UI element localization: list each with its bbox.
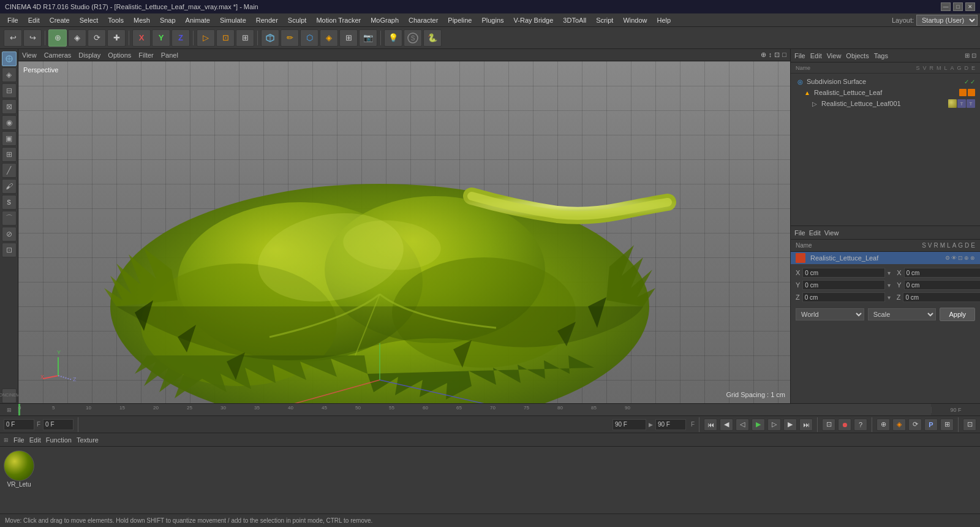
vp-menu-view[interactable]: View	[22, 51, 37, 59]
x-rot-field[interactable]	[904, 268, 980, 278]
menu-window[interactable]: Window	[618, 13, 652, 26]
mat-menu-edit[interactable]: Edit	[29, 436, 41, 444]
mat-menu-function[interactable]: Function	[46, 436, 72, 444]
current-frame-input[interactable]	[4, 419, 34, 430]
left-tool-move[interactable]	[2, 51, 17, 66]
left-tool-grid-tool[interactable]: ⊘	[2, 227, 17, 241]
mat-lettuce-leaf-item[interactable]: Realistic_Lettuce_Leaf ⚙ 👁 ⊡ ⊕ ⊗	[791, 252, 980, 264]
render-button[interactable]: ⊡	[216, 29, 235, 47]
minimize-button[interactable]: —	[941, 2, 951, 11]
timeline-track[interactable]: 0 5 10 15 20 25 30 35 40 45 50 55 60 65 …	[18, 404, 931, 415]
start-frame-input[interactable]	[43, 419, 74, 430]
p-button[interactable]: P	[924, 419, 938, 431]
grid-view-button[interactable]: ⊞	[940, 419, 954, 431]
y-pos-field[interactable]	[802, 280, 885, 290]
vp-menu-panel[interactable]: Panel	[161, 51, 178, 59]
primitives-button[interactable]: ⬡	[300, 29, 318, 47]
vp-icon-1[interactable]: ⊕	[761, 51, 766, 59]
menu-help[interactable]: Help	[652, 13, 676, 26]
play-button[interactable]: ▶	[752, 419, 765, 431]
select-button[interactable]: ◈	[68, 29, 86, 47]
move-tool-button[interactable]: ⊕	[48, 29, 67, 47]
z-axis-button[interactable]: Z	[172, 29, 190, 47]
menu-simulate[interactable]: Simulate	[215, 13, 251, 26]
menu-pipeline[interactable]: Pipeline	[443, 13, 477, 26]
play-back-button[interactable]: ◁	[736, 419, 749, 431]
left-tool-7[interactable]: ⊞	[2, 147, 17, 162]
viewport-3d[interactable]: Perspective	[18, 61, 790, 403]
timeline-ruler[interactable]: ⊞ 0 5 10 15 20 25 30 35 40 45	[0, 404, 980, 416]
first-frame-button[interactable]: ⏮	[704, 419, 717, 431]
end-frame-input[interactable]	[655, 419, 686, 430]
om-menu-edit[interactable]: Edit	[810, 52, 822, 59]
menu-character[interactable]: Character	[404, 13, 443, 26]
menu-select[interactable]: Select	[75, 13, 104, 26]
menu-3dtoall[interactable]: 3DToAll	[558, 13, 591, 26]
menu-file[interactable]: File	[2, 13, 23, 26]
menu-plugins[interactable]: Plugins	[477, 13, 508, 26]
pen-tool-button[interactable]: ✏	[281, 29, 299, 47]
obj-lettuce-leaf-001[interactable]: ▷ Realistic_Lettuce_Leaf001 T T	[791, 98, 980, 109]
prev-frame-button[interactable]: ◀	[720, 419, 733, 431]
mode-dropdown[interactable]: Scale Move Rotate	[868, 308, 937, 320]
left-tool-line[interactable]: ╱	[2, 163, 17, 178]
menu-create[interactable]: Create	[45, 13, 75, 26]
rotate-button[interactable]: ⟳	[88, 29, 106, 47]
om-icon-2[interactable]: ⊡	[971, 52, 976, 59]
vp-icon-2[interactable]: ↕	[769, 51, 772, 59]
maximize-button[interactable]: □	[953, 2, 963, 11]
x-axis-button[interactable]: X	[132, 29, 151, 47]
light-button[interactable]: 💡	[384, 29, 402, 47]
layout-toggle-button[interactable]: ⊡	[963, 419, 976, 431]
menu-mesh[interactable]: Mesh	[129, 13, 155, 26]
obj-subdivision-surface[interactable]: ◎ Subdivision Surface ✓ ✓	[791, 76, 980, 87]
menu-edit[interactable]: Edit	[23, 13, 45, 26]
left-tool-mesh[interactable]: ⊡	[2, 243, 17, 257]
mat-menu-create[interactable]: File	[13, 436, 24, 444]
menu-motion-tracker[interactable]: Motion Tracker	[311, 13, 366, 26]
undo-button[interactable]: ↩	[4, 29, 22, 47]
vp-menu-options[interactable]: Options	[108, 51, 131, 59]
props-menu-edit[interactable]: Edit	[809, 229, 821, 237]
vp-menu-cameras[interactable]: Cameras	[44, 51, 72, 59]
help-button[interactable]: ?	[854, 419, 867, 431]
s-tool[interactable]: S	[404, 29, 422, 47]
key-button[interactable]: ◈	[892, 419, 906, 431]
x-pos-field[interactable]	[802, 268, 885, 278]
mat-menu-texture[interactable]: Texture	[77, 436, 99, 444]
menu-render[interactable]: Render	[251, 13, 283, 26]
menu-script[interactable]: Script	[591, 13, 618, 26]
last-frame-button[interactable]: ⏭	[799, 419, 813, 431]
material-item[interactable]: VR_Letu	[4, 450, 34, 488]
om-menu-file[interactable]: File	[794, 52, 805, 59]
left-tool-paint[interactable]: 🖌	[2, 179, 17, 194]
left-tool-6[interactable]: ▣	[2, 131, 17, 146]
left-tool-4[interactable]: ⊠	[2, 99, 17, 114]
loop-button[interactable]: ⟳	[908, 419, 922, 431]
props-menu-file[interactable]: File	[794, 229, 805, 237]
left-tool-2[interactable]: ◈	[2, 67, 17, 82]
camera-button[interactable]: 📷	[359, 29, 377, 47]
menu-animate[interactable]: Animate	[181, 13, 215, 26]
next-frame-button[interactable]: ▶	[783, 419, 797, 431]
vp-icon-3[interactable]: ⊡	[774, 51, 780, 59]
y-rot-field[interactable]	[904, 280, 980, 290]
menu-vray-bridge[interactable]: V-Ray Bridge	[509, 13, 559, 26]
coord-system-dropdown[interactable]: World Local	[796, 308, 864, 320]
y-axis-button[interactable]: Y	[152, 29, 170, 47]
vp-menu-display[interactable]: Display	[78, 51, 100, 59]
left-tool-3[interactable]: ⊟	[2, 83, 17, 98]
z-pos-field[interactable]	[802, 292, 885, 302]
render-settings-button[interactable]: ⊞	[236, 29, 254, 47]
vp-menu-filter[interactable]: Filter	[138, 51, 153, 59]
vp-icon-4[interactable]: □	[782, 51, 786, 59]
record-active-button[interactable]: ⏺	[838, 419, 851, 431]
menu-mograph[interactable]: MoGraph	[366, 13, 404, 26]
grid-button[interactable]: ⊞	[339, 29, 358, 47]
apply-button[interactable]: Apply	[940, 308, 975, 321]
left-tool-5[interactable]: ◉	[2, 115, 17, 130]
python-button[interactable]: 🐍	[423, 29, 442, 47]
record-button[interactable]: ⊡	[822, 419, 835, 431]
cube-button[interactable]	[261, 29, 279, 47]
scale-button[interactable]: ✚	[107, 29, 126, 47]
